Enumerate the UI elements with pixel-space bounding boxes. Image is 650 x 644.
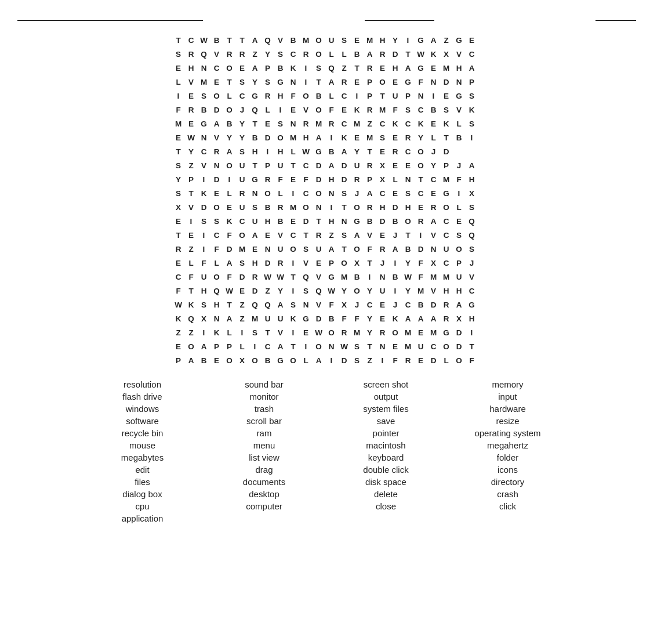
grid-cell: E [351,131,364,144]
grid-cell: X [376,159,389,172]
grid-cell: D [210,173,223,186]
grid-cell: K [172,312,185,325]
grid-cell: Z [325,229,338,241]
grid-cell: E [415,354,427,367]
grid-cell: T [376,89,389,102]
grid-cell: L [185,256,198,269]
grid-cell: J [453,159,466,172]
grid-cell: E [210,187,223,200]
grid-cell: E [210,354,223,367]
grid-cell: Y [262,48,274,60]
grid-cell: P [210,340,223,353]
grid-cell: O [415,145,427,158]
grid-cell: I [325,201,338,214]
grid-cell: A [313,354,325,367]
grid-cell: Z [440,34,453,46]
word-item: directory [450,477,566,487]
grid-cell: D [427,354,440,367]
grid-cell: G [313,145,325,158]
grid-cell: C [287,229,300,241]
grid-cell: S [376,131,389,144]
grid-cell: C [376,117,389,130]
grid-cell: A [402,61,415,74]
grid-cell: W [172,298,185,311]
grid-cell: T [287,159,300,172]
grid-cell: L [427,131,440,144]
grid-cell: A [415,312,427,325]
grid-cell: R [440,312,453,325]
grid-cell: H [274,89,287,102]
grid-cell: P [402,89,415,102]
grid-cell: I [236,326,249,339]
grid-cell: I [198,173,210,186]
grid-cell: D [338,354,351,367]
grid-cell: A [249,229,262,241]
grid-cell: K [185,298,198,311]
grid-cell: O [223,103,236,116]
grid-cell: H [466,312,478,325]
grid-cell: T [313,75,325,88]
grid-cell: S [351,354,364,367]
grid-cell: I [198,326,210,339]
grid-cell: B [351,270,364,283]
grid-cell: O [313,340,325,353]
grid-cell: V [185,75,198,88]
grid-cell: K [415,117,427,130]
grid-cell: A [427,312,440,325]
grid-cell: Y [389,34,402,46]
word-item: monitor [206,392,322,401]
word-item: pointer [328,428,444,438]
grid-cell: C [210,229,223,241]
grid-cell: T [262,326,274,339]
date-underline[interactable] [365,10,434,21]
grid-cell: O [351,201,364,214]
grid-cell: H [185,61,198,74]
grid-cell: P [262,61,274,74]
grid-cell: E [185,117,198,130]
grid-cell: P [453,256,466,269]
period-underline[interactable] [595,10,636,21]
grid-cell: E [351,75,364,88]
grid-cell: K [466,103,478,116]
word-item: click [450,501,566,511]
date-field [361,10,434,21]
grid-cell: A [427,215,440,227]
grid-cell: E [172,340,185,353]
grid-cell: T [415,173,427,186]
grid-cell: B [325,145,338,158]
grid-cell: F [274,173,287,186]
grid-cell: I [287,326,300,339]
grid-cell: W [325,284,338,297]
name-underline[interactable] [17,10,203,21]
word-item: resolution [85,379,201,389]
grid-cell: B [325,312,338,325]
grid-cell: Z [364,117,376,130]
word-item: computer [206,501,322,511]
word-item: megahertz [450,440,566,450]
word-item: dialog box [85,489,201,499]
grid-cell: Q [198,48,210,60]
word-item: edit [85,465,201,475]
grid-cell: M [440,173,453,186]
grid-cell: S [338,34,351,46]
grid-cell: O [210,201,223,214]
grid-cell: E [389,187,402,200]
grid-cell: V [453,103,466,116]
grid-cell: R [338,326,351,339]
grid-cell: P [223,340,236,353]
grid-cell: S [453,229,466,241]
grid-cell: Q [262,298,274,311]
grid-cell: E [389,75,402,88]
grid-cell: F [185,270,198,283]
grid-cell: E [172,256,185,269]
grid-cell: D [223,243,236,255]
grid-cell: A [223,312,236,325]
grid-cell: E [172,215,185,227]
grid-cell: N [210,312,223,325]
grid-cell: G [440,326,453,339]
grid-cell: R [325,117,338,130]
grid-cell: B [389,215,402,227]
word-item: mouse [85,440,201,450]
grid-cell: A [223,256,236,269]
grid-cell: O [453,354,466,367]
